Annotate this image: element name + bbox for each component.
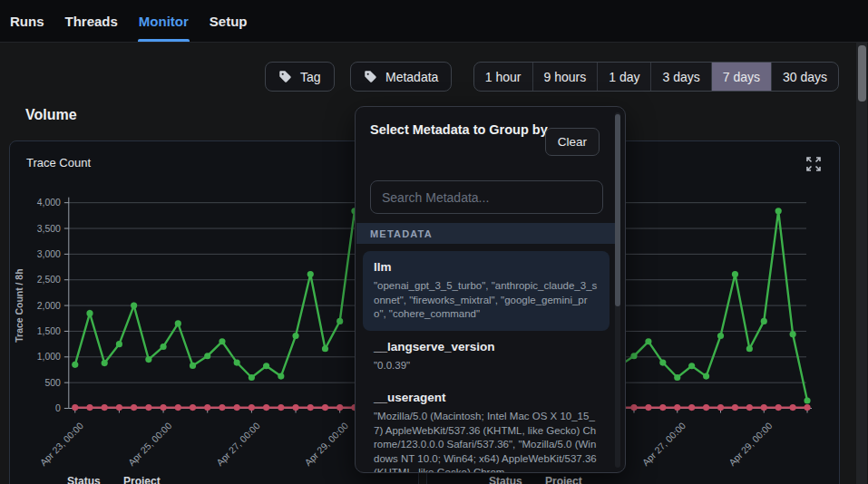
metadata-item-preview: "Mozilla/5.0 (Macintosh; Intel Mac OS X …	[374, 410, 599, 473]
time-range-label: 1 day	[609, 70, 639, 84]
metadata-filter-button[interactable]: Metadata	[350, 62, 452, 92]
active-tab-underline	[138, 39, 190, 42]
metadata-item-key: __langserve_version	[374, 340, 599, 353]
time-range-option-30-days[interactable]: 30 days	[772, 63, 838, 91]
svg-text:Trace Count / 8h: Trace Count / 8h	[15, 268, 24, 342]
tab-runs-label: Runs	[10, 14, 44, 29]
top-nav: Runs Threads Monitor Setup	[0, 0, 868, 43]
tab-threads[interactable]: Threads	[64, 0, 119, 42]
tab-setup-label: Setup	[210, 14, 248, 29]
metadata-section-header: METADATA	[356, 223, 616, 244]
chart-title: Trace Count	[26, 156, 91, 169]
tag-filter-button[interactable]: Tag	[265, 62, 335, 92]
popover-title: Select Metadata to Group by	[370, 121, 556, 140]
svg-text:2,000: 2,000	[37, 301, 61, 311]
popover-scrollbar-thumb[interactable]	[615, 114, 620, 306]
time-range-group: 1 hour 9 hours 1 day 3 days 7 days 30 da…	[473, 62, 839, 92]
tag-filter-label: Tag	[300, 70, 321, 84]
legend-column-status: Status	[67, 475, 101, 484]
metadata-item-llm[interactable]: llm "openai_gpt_3_5_turbo", "anthropic_c…	[363, 251, 610, 331]
metadata-item-langserve-version[interactable]: __langserve_version "0.0.39"	[363, 331, 610, 382]
metadata-filter-label: Metadata	[385, 70, 438, 84]
svg-text:3,500: 3,500	[37, 224, 61, 234]
metadata-item-preview: "openai_gpt_3_5_turbo", "anthropic_claud…	[374, 279, 599, 322]
svg-text:Apr 27, 00:00: Apr 27, 00:00	[215, 421, 262, 468]
time-range-option-7-days[interactable]: 7 days	[712, 63, 772, 91]
tag-icon	[364, 70, 377, 83]
svg-text:500: 500	[44, 378, 61, 388]
legend-column-status: Status	[489, 475, 522, 484]
search-metadata-input[interactable]	[370, 180, 603, 214]
page-scrollbar-track[interactable]	[856, 43, 867, 484]
time-range-label: 3 days	[662, 70, 699, 84]
svg-text:Apr 27, 00:00: Apr 27, 00:00	[640, 421, 688, 468]
time-range-label: 30 days	[783, 70, 827, 84]
expand-icon-glyph	[805, 155, 823, 173]
tag-icon	[278, 70, 292, 83]
time-range-option-3-days[interactable]: 3 days	[651, 63, 711, 91]
svg-text:3,000: 3,000	[37, 249, 61, 259]
metadata-item-key: __useragent	[374, 391, 599, 404]
svg-text:1,500: 1,500	[37, 326, 61, 336]
svg-text:2,500: 2,500	[37, 275, 61, 285]
time-range-label: 9 hours	[544, 70, 587, 84]
legend-column-project: Project	[545, 475, 582, 484]
time-range-option-9-hours[interactable]: 9 hours	[533, 63, 599, 91]
time-range-label: 1 hour	[485, 70, 522, 84]
svg-text:1,000: 1,000	[37, 352, 61, 362]
time-range-option-1-hour[interactable]: 1 hour	[474, 63, 533, 91]
metadata-item-useragent[interactable]: __useragent "Mozilla/5.0 (Macintosh; Int…	[363, 382, 610, 473]
svg-text:Apr 23, 00:00: Apr 23, 00:00	[38, 421, 85, 468]
metadata-item-key: llm	[374, 260, 599, 274]
time-range-label: 7 days	[723, 70, 760, 84]
tab-setup[interactable]: Setup	[209, 0, 249, 42]
metadata-item-preview: "0.0.39"	[374, 359, 599, 373]
svg-text:0: 0	[55, 403, 61, 413]
svg-text:Apr 29, 00:00: Apr 29, 00:00	[303, 421, 350, 468]
legend-column-project: Project	[123, 475, 161, 484]
svg-text:Apr 25, 00:00: Apr 25, 00:00	[126, 421, 173, 468]
tab-monitor[interactable]: Monitor	[138, 0, 190, 42]
tab-monitor-label: Monitor	[139, 14, 189, 29]
time-range-option-1-day[interactable]: 1 day	[598, 63, 651, 91]
clear-button[interactable]: Clear	[545, 128, 600, 156]
metadata-group-popover: Select Metadata to Group by Clear METADA…	[355, 106, 626, 473]
svg-text:4,000: 4,000	[37, 198, 61, 208]
clear-button-label: Clear	[558, 135, 587, 149]
expand-icon[interactable]	[805, 155, 823, 173]
metadata-item-list: llm "openai_gpt_3_5_turbo", "anthropic_c…	[363, 251, 610, 473]
tab-threads-label: Threads	[65, 14, 118, 29]
svg-text:Apr 29, 00:00: Apr 29, 00:00	[727, 421, 775, 468]
section-title-volume: Volume	[25, 107, 77, 123]
tab-runs[interactable]: Runs	[9, 0, 45, 42]
page-scrollbar-thumb[interactable]	[858, 45, 866, 102]
